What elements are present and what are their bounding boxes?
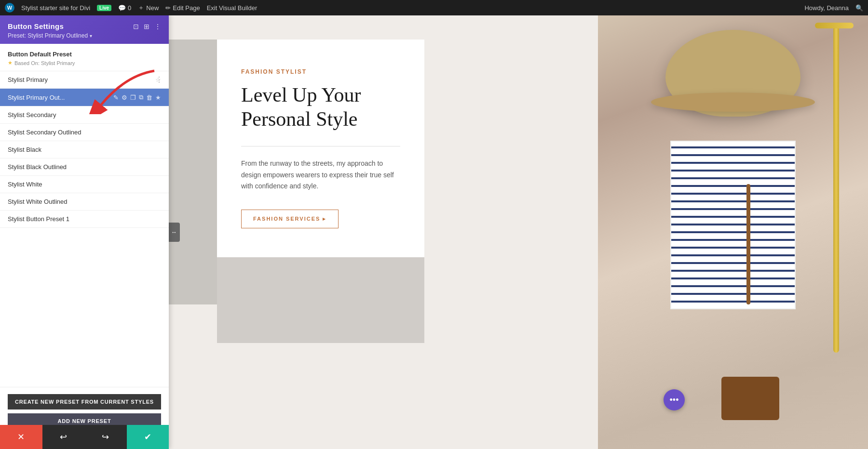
- panel-header: Button Settings ⊡ ⊞ ⋮ Preset: Stylist Pr…: [0, 15, 169, 44]
- panel-title: Button Settings: [8, 22, 64, 30]
- duplicate-icon[interactable]: ⧉: [139, 93, 143, 101]
- exit-builder-link[interactable]: Exit Visual Builder: [207, 4, 258, 12]
- preset-list: Stylist Primary ⋮ ☆ Stylist Primary Out.…: [0, 71, 169, 228]
- more-options-icon[interactable]: ⋮: [154, 23, 161, 30]
- create-preset-button[interactable]: CREATE NEW PRESET FROM CURRENT STYLES: [8, 394, 161, 409]
- layout-icon[interactable]: ⊞: [144, 23, 149, 30]
- pencil-icon: ✏: [165, 4, 171, 12]
- edit-icon[interactable]: ✎: [113, 94, 119, 101]
- default-preset-based: ★ Based On: Stylist Primary: [8, 60, 161, 66]
- close-icon: ✕: [17, 432, 25, 442]
- default-preset-section: Button Default Preset ★ Based On: Stylis…: [0, 44, 169, 71]
- site-name[interactable]: Stylist starter site for Divi: [21, 4, 90, 12]
- save-button[interactable]: ✔: [127, 425, 169, 449]
- preset-item[interactable]: Stylist White Outlined: [0, 193, 169, 211]
- fashion-divider: [241, 146, 400, 146]
- howdy-text: Howdy, Deanna: [804, 4, 849, 12]
- redo-icon: ↪: [102, 432, 109, 442]
- photo-area: [598, 15, 868, 449]
- settings-icon[interactable]: ⚙: [122, 94, 127, 101]
- preset-item[interactable]: Stylist Button Preset 1: [0, 211, 169, 228]
- copy-icon[interactable]: ❐: [130, 94, 136, 101]
- preset-item[interactable]: Stylist Primary ⋮ ☆: [0, 71, 169, 89]
- search-icon[interactable]: 🔍: [855, 4, 863, 12]
- preset-item[interactable]: Stylist Black Outlined: [0, 158, 169, 176]
- fab-button[interactable]: •••: [664, 389, 685, 410]
- preset-item[interactable]: Stylist Black: [0, 141, 169, 158]
- fashion-services-button[interactable]: FASHION SERVICES ▸: [241, 210, 339, 228]
- wp-admin-bar: W Stylist starter site for Divi Live 💬 0…: [0, 0, 868, 15]
- preset-star-active-icon[interactable]: ★: [155, 94, 161, 101]
- rack-horizontal-bar: [815, 23, 854, 28]
- plus-icon: ＋: [138, 3, 144, 12]
- left-panel: Button Settings ⊡ ⊞ ⋮ Preset: Stylist Pr…: [0, 15, 169, 449]
- hat-brim-shape: [651, 92, 815, 112]
- gray-block-bottom: [217, 247, 424, 343]
- bag-shape: [721, 377, 779, 420]
- trash-icon[interactable]: 🗑: [146, 94, 152, 101]
- preview-area: ↔ FASHION STYLIST Level Up Your Personal…: [169, 15, 868, 449]
- strap-shape: [746, 184, 750, 304]
- comment-count: 💬 0: [118, 4, 131, 12]
- preset-item[interactable]: Stylist White: [0, 176, 169, 193]
- arrow-left-right-icon: ↔: [171, 229, 177, 236]
- fashion-title: Level Up Your Personal Style: [241, 83, 400, 132]
- panel-body: Button Default Preset ★ Based On: Stylis…: [0, 44, 169, 387]
- rack-bar-shape: [833, 25, 839, 353]
- new-link[interactable]: ＋ New: [138, 3, 159, 12]
- shirt-shape: [670, 141, 796, 309]
- preset-item-active[interactable]: Stylist Primary Out... ✎ ⚙ ❐ ⧉ 🗑 ★: [0, 89, 169, 106]
- star-icon: ★: [8, 60, 13, 66]
- preset-item[interactable]: Stylist Secondary Outlined: [0, 124, 169, 141]
- close-button[interactable]: ✕: [0, 425, 42, 449]
- edit-page-link[interactable]: ✏ Edit Page: [165, 4, 200, 12]
- more-options-icon: •••: [670, 395, 679, 405]
- redo-button[interactable]: ↪: [84, 425, 127, 449]
- chevron-down-icon: ▾: [90, 33, 92, 39]
- wp-logo-icon[interactable]: W: [5, 3, 14, 13]
- preset-item-actions: ✎ ⚙ ❐ ⧉ 🗑 ★: [113, 93, 161, 101]
- fashion-subtitle: FASHION STYLIST: [241, 68, 400, 75]
- preset-dots-icon[interactable]: ⋮: [155, 75, 163, 84]
- panel-header-icons: ⊡ ⊞ ⋮: [133, 23, 161, 30]
- comment-icon: 💬: [118, 4, 126, 12]
- website-preview: FASHION STYLIST Level Up Your Personal S…: [169, 15, 868, 449]
- fashion-body: From the runway to the streets, my appro…: [241, 158, 400, 192]
- main-area: Button Settings ⊡ ⊞ ⋮ Preset: Stylist Pr…: [0, 15, 868, 449]
- fashion-card: FASHION STYLIST Level Up Your Personal S…: [217, 40, 424, 257]
- viewport-icon[interactable]: ⊡: [133, 23, 139, 30]
- toggle-handle[interactable]: ↔: [169, 223, 180, 242]
- undo-button[interactable]: ↩: [42, 425, 85, 449]
- gray-block-left: [169, 40, 217, 304]
- undo-icon: ↩: [60, 432, 67, 442]
- preset-item[interactable]: Stylist Secondary: [0, 106, 169, 124]
- live-badge: Live: [97, 5, 111, 11]
- save-icon: ✔: [144, 432, 151, 442]
- preset-label[interactable]: Preset: Stylist Primary Outlined ▾: [8, 32, 161, 39]
- default-preset-title: Button Default Preset: [8, 51, 161, 58]
- bottom-toolbar: ✕ ↩ ↪ ✔: [0, 425, 169, 449]
